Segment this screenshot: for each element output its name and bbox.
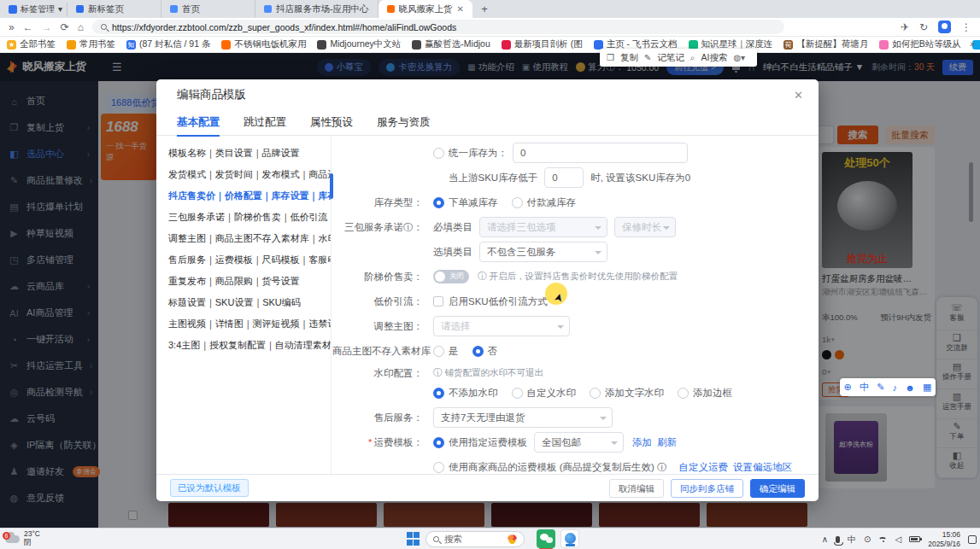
not-save-yes-radio[interactable]: [433, 346, 444, 357]
url-field[interactable]: https://xfdyorder.zzbtool.com/zzb_super_…: [92, 20, 784, 34]
cancel-edit-button[interactable]: 取消编辑: [609, 479, 664, 498]
bookmark-item[interactable]: 最新项目剖析 (图: [502, 38, 583, 50]
modal-menu-item[interactable]: 3:4主图｜授权复制配置｜自动清理素材库: [168, 335, 331, 356]
modal-tab[interactable]: 跳过配置: [244, 110, 286, 136]
battery-icon[interactable]: [909, 536, 920, 542]
ladder-price-toggle[interactable]: 关闭: [433, 270, 469, 283]
bookmark-item[interactable]: 荷 【新提醒】荷塘月: [783, 38, 868, 50]
home-icon[interactable]: ⌂: [78, 21, 84, 33]
payment-decrement-radio[interactable]: [512, 197, 523, 208]
modal-menu-item[interactable]: 模板名称｜类目设置｜品牌设置: [168, 143, 331, 164]
tab-manager-button[interactable]: 标签管理 ▾: [4, 3, 67, 16]
low-price-checkbox[interactable]: [433, 296, 443, 307]
wifi-icon[interactable]: [878, 537, 887, 542]
send-icon[interactable]: ✈: [901, 21, 909, 33]
tray-app-icon[interactable]: ⊙: [864, 534, 871, 544]
bookmark-item[interactable]: 常用书签: [67, 38, 115, 50]
confirm-edit-button[interactable]: 确定编辑: [750, 479, 805, 498]
bookmark-item[interactable]: 如何把B站等级从: [879, 38, 961, 50]
custom-watermark-radio[interactable]: [512, 388, 523, 399]
bookmark-item[interactable]: 知 (87 封私信 / 91 条: [126, 38, 210, 50]
note-icon: ✎: [644, 53, 651, 62]
bookmark-item[interactable]: 赢酸哲选-Midjou: [412, 38, 490, 50]
wechat-app-icon[interactable]: [537, 529, 555, 548]
popup-ai-search[interactable]: AI搜索: [701, 52, 727, 64]
text-watermark-radio[interactable]: [590, 388, 601, 399]
browser-menu-icon[interactable]: ⋮: [961, 21, 971, 33]
warranty-select[interactable]: 保修时长: [614, 217, 676, 237]
tab-close-icon[interactable]: ✕: [457, 4, 464, 14]
avatar[interactable]: [938, 20, 951, 33]
add-link[interactable]: 添加: [632, 436, 652, 449]
sanbao-label: 三包服务承诺ⓘ：: [332, 221, 433, 234]
system-tray: ∧ 中 ⊙ ◁ 15:062025/9/16: [822, 529, 977, 549]
new-tab-button[interactable]: +: [478, 3, 491, 16]
weather-widget[interactable]: 6 23°C阴: [5, 530, 40, 547]
custom-freight-link[interactable]: 自定义运费: [679, 461, 729, 474]
modal-menu-item[interactable]: 售后服务｜运费模板｜尺码模板｜客服电话: [168, 249, 331, 271]
freight-template-select[interactable]: 全国包邮: [534, 432, 624, 453]
specified-freight-radio[interactable]: [433, 437, 444, 448]
sanbao-required-select[interactable]: 请选择三包选项: [479, 217, 607, 237]
bookmark-label: Midjourney中文站: [330, 38, 401, 50]
remote-area-link[interactable]: 设置偏远地区: [733, 461, 792, 474]
popup-note[interactable]: 记笔记: [657, 52, 684, 64]
clock[interactable]: 15:062025/9/16: [928, 530, 960, 547]
unified-stock-input[interactable]: [513, 143, 688, 163]
bookmarks-overflow-icon[interactable]: »: [970, 38, 975, 49]
modal-menu-item[interactable]: 调整主图｜商品主图不存入素材库｜水印配置: [168, 228, 331, 249]
unified-stock-radio[interactable]: [433, 148, 444, 159]
low-stock-threshold-input[interactable]: [544, 167, 584, 188]
popup-settings-icon[interactable]: ◍▾: [733, 53, 745, 62]
bookmark-item[interactable]: ★ 全部书签: [7, 38, 56, 50]
browser-tab[interactable]: 抖店服务市场-应用中心: [255, 0, 379, 18]
bookmark-item[interactable]: 不锈钢电饭机家用: [221, 38, 306, 50]
no-watermark-radio[interactable]: [433, 388, 444, 399]
default-template-button[interactable]: 已设为默认模板: [170, 479, 249, 497]
mic-icon[interactable]: [836, 536, 840, 543]
qq-app-icon[interactable]: [560, 529, 579, 548]
modal-tab[interactable]: 基本配置: [177, 110, 220, 136]
ime-user-icon[interactable]: ☻: [905, 383, 915, 393]
browser-tab[interactable]: 晓风搬家上货 ✕: [379, 0, 472, 18]
merchant-freight-radio[interactable]: [433, 462, 444, 473]
modal-menu-item[interactable]: 三包服务承诺｜阶梯价售卖｜低价引流: [168, 207, 331, 228]
start-button[interactable]: [407, 532, 420, 546]
not-save-no-radio[interactable]: [472, 346, 484, 357]
browser-tab[interactable]: 新标签页: [67, 0, 161, 18]
aftersale-select[interactable]: 支持7天无理由退货: [433, 407, 613, 428]
modal-menu-item[interactable]: 发货模式｜发货时间｜发布模式｜商品运费处理: [168, 164, 331, 185]
taskbar-search[interactable]: 搜索: [425, 531, 525, 547]
ime-indicator[interactable]: 中: [848, 534, 856, 546]
ime-mode[interactable]: 中: [860, 381, 869, 394]
ime-logo-icon[interactable]: ⊕: [844, 382, 852, 393]
reload-icon[interactable]: ⟳: [61, 21, 69, 33]
tab-favicon: [387, 5, 395, 13]
sync-multi-shop-button[interactable]: 同步到多店铺: [671, 479, 743, 498]
forward-icon[interactable]: →: [42, 21, 52, 33]
ime-grid-icon[interactable]: ▦: [923, 382, 931, 393]
refresh-link[interactable]: 刷新: [657, 436, 677, 449]
modal-menu-item[interactable]: 重复发布｜商品限购｜货号设置: [168, 271, 331, 292]
close-icon[interactable]: ✕: [794, 89, 803, 102]
main-image-select[interactable]: 请选择: [433, 316, 570, 336]
browser-tab[interactable]: 首页: [161, 0, 255, 18]
tray-chevron-icon[interactable]: ∧: [822, 534, 828, 544]
modal-menu-item[interactable]: 标题设置｜SKU设置｜SKU编码: [168, 292, 331, 313]
modal-menu-item[interactable]: 主图视频｜详情图｜测评短视频｜违禁词: [168, 313, 331, 335]
popup-copy[interactable]: 复制: [620, 52, 638, 64]
ime-mic-icon[interactable]: ♪: [893, 383, 898, 393]
sync-icon[interactable]: ↻: [919, 21, 928, 33]
modal-tab[interactable]: 属性预设: [310, 110, 353, 136]
order-decrement-radio[interactable]: [433, 197, 444, 208]
modal-menu-item[interactable]: 抖店售卖价｜价格配置｜库存设置｜库存类型: [168, 185, 331, 207]
volume-icon[interactable]: ◁: [895, 534, 901, 544]
border-watermark-radio[interactable]: [678, 388, 689, 399]
notification-center-icon[interactable]: [968, 535, 977, 544]
extensions-chevron-icon[interactable]: »: [9, 21, 15, 33]
modal-tab[interactable]: 服务与资质: [377, 110, 431, 136]
back-icon[interactable]: ←: [23, 21, 33, 33]
sanbao-optional-select[interactable]: 不包含三包服务: [479, 242, 607, 262]
ime-pen-icon[interactable]: ✎: [877, 382, 884, 393]
bookmark-item[interactable]: Midjourney中文站: [317, 38, 401, 50]
